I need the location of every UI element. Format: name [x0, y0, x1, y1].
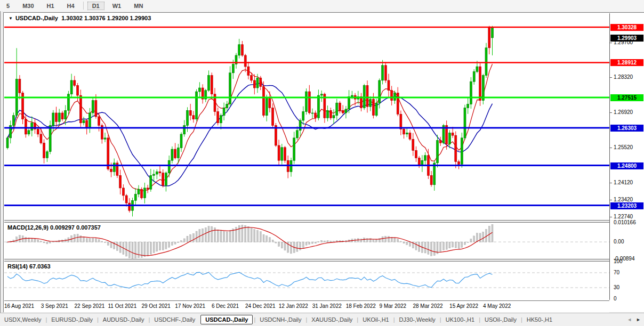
price-tick-label: 1.24120 [614, 180, 633, 185]
date-tick-label: 6 Dec 2021 [212, 303, 239, 309]
chart-tab-usoil[interactable]: USOil-,Daily [480, 315, 521, 324]
timeframe-toolbar: 5M30H1H4D1W1MN [0, 0, 644, 12]
timeframe-button-5[interactable]: 5 [2, 2, 14, 10]
candlestick-chart [4, 13, 609, 312]
price-tick-label: 1.26920 [614, 109, 633, 115]
level-price-chip: 1.23203 [610, 202, 643, 209]
timeframe-button-h1[interactable]: H1 [42, 2, 59, 10]
price-tick-label: 1.28320 [614, 74, 633, 80]
chart-window: ▼USDCAD-,Daily 1.30302 1.30376 1.29200 1… [0, 11, 644, 313]
level-price-chip: 1.26303 [610, 125, 643, 132]
macd-indicator-label: MACD(12,26,9) 0.009297 0.007357 [7, 224, 101, 231]
rsi-axis-label: 0 [614, 296, 617, 301]
timeframe-button-w1[interactable]: W1 [108, 2, 126, 10]
date-tick-label: 28 Mar 2022 [413, 303, 442, 309]
chart-tab-usdcad[interactable]: USDCAD-,Daily [200, 315, 253, 324]
date-tick-label: 17 Nov 2021 [175, 303, 205, 309]
price-axis[interactable]: 1.297001.283201.269201.255201.241201.234… [609, 13, 644, 300]
chart-tab-ukoil[interactable]: UKOil-,H1 [358, 315, 393, 324]
chart-title: ▼USDCAD-,Daily 1.30302 1.30376 1.29200 1… [9, 15, 151, 21]
level-price-chip: 1.30328 [610, 24, 643, 31]
date-axis[interactable]: 16 Aug 20213 Sep 202122 Sep 202111 Oct 2… [4, 300, 609, 313]
axis-tick-mark [610, 200, 612, 200]
chart-tab-hk50[interactable]: HK50-,H1 [522, 315, 557, 324]
tab-scroll-controls: ◄► [627, 317, 644, 322]
axis-tick-mark [610, 77, 612, 78]
chart-tabs-bar: USDX,Weekly|EURUSD-,Daily|AUDUSD-,Daily|… [0, 313, 644, 326]
price-tick-label: 1.23420 [614, 197, 633, 202]
axis-tick-mark [610, 43, 612, 43]
chart-tab-usdchf[interactable]: USDCHF-,Daily [150, 315, 199, 324]
chart-tab-dj30[interactable]: DJ30-,Weekly [395, 315, 440, 324]
timeframe-button-h4[interactable]: H4 [62, 2, 79, 10]
level-price-chip: 1.27515 [610, 94, 643, 101]
level-price-chip: 1.28912 [610, 59, 643, 66]
date-tick-label: 9 Mar 2022 [380, 303, 407, 309]
axis-tick-mark [610, 217, 612, 217]
tabs-scroll-left-icon[interactable]: ◄ [627, 317, 632, 322]
chart-symbol-label: USDCAD-,Daily [15, 15, 58, 21]
date-tick-label: 29 Oct 2021 [141, 303, 170, 309]
macd-axis-label: 0.010166 [614, 219, 636, 225]
axis-tick-mark [610, 112, 612, 113]
date-tick-label: 18 Feb 2022 [346, 303, 376, 309]
chart-tab-audusd[interactable]: AUDUSD-,Daily [99, 315, 149, 324]
chart-tab-uk100[interactable]: UK100-,H1 [441, 315, 479, 324]
chart-frame: ▼USDCAD-,Daily 1.30302 1.30376 1.29200 1… [3, 12, 644, 312]
toolbar-separator [83, 2, 84, 10]
date-tick-label: 12 Jan 2022 [279, 303, 308, 309]
pane-separator[interactable] [4, 259, 609, 262]
rsi-axis-label: 100 [614, 258, 623, 264]
axis-tick-mark [610, 148, 612, 148]
date-tick-label: 3 Sep 2021 [41, 303, 68, 309]
chart-plot-area[interactable]: ▼USDCAD-,Daily 1.30302 1.30376 1.29200 1… [4, 13, 609, 312]
date-tick-label: 15 Apr 2022 [449, 303, 478, 309]
timeframe-button-d1[interactable]: D1 [87, 2, 104, 10]
price-tick-label: 1.22740 [614, 214, 633, 219]
mt4-terminal: { "toolbar": { "timeframes": ["5", "M30"… [0, 0, 644, 326]
date-tick-label: 22 Sep 2021 [75, 303, 105, 309]
price-tick-label: 1.25520 [614, 144, 633, 150]
pane-separator[interactable] [4, 220, 609, 223]
chart-tab-usdcnh[interactable]: USDCNH-,Daily [255, 315, 305, 324]
date-tick-label: 4 May 2022 [483, 303, 511, 309]
chart-ohlc-values: 1.30302 1.30376 1.29200 1.29903 [61, 15, 151, 21]
chart-tab-usdx[interactable]: USDX,Weekly [0, 315, 45, 324]
level-price-chip: 1.24800 [610, 162, 643, 169]
date-tick-label: 11 Oct 2021 [108, 303, 136, 309]
symbol-dropdown-icon: ▼ [9, 16, 13, 21]
rsi-axis-label: 30 [614, 284, 619, 290]
rsi-indicator-label: RSI(14) 67.0363 [7, 263, 51, 270]
timeframe-button-m30[interactable]: M30 [18, 2, 38, 10]
rsi-axis-label: 70 [614, 270, 619, 275]
chart-tab-xauusd[interactable]: XAUUSD-,Daily [307, 315, 357, 324]
macd-axis-label: 0.00 [614, 239, 624, 244]
tabs-scroll-right-icon[interactable]: ► [636, 317, 641, 322]
timeframe-button-mn[interactable]: MN [129, 2, 148, 10]
date-tick-label: 24 Dec 2021 [245, 303, 276, 309]
date-tick-label: 16 Aug 2021 [4, 303, 34, 309]
date-tick-label: 31 Jan 2022 [312, 303, 342, 309]
current-price-chip: 1.29903 [610, 35, 643, 42]
axis-tick-mark [610, 183, 612, 183]
chart-tab-eurusd[interactable]: EURUSD-,Daily [47, 315, 97, 324]
